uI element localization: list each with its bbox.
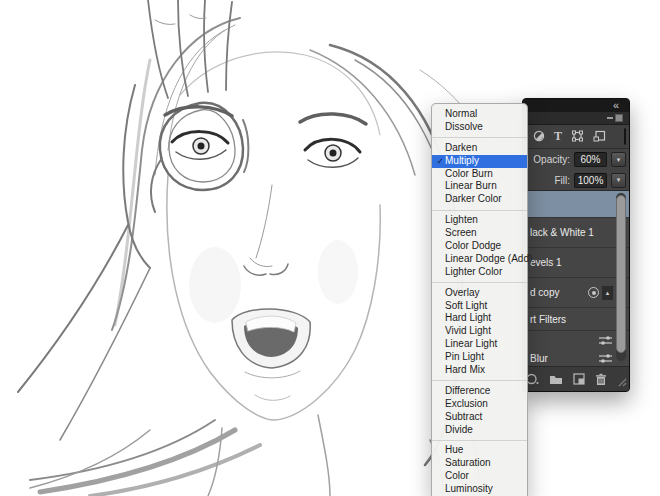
menu-item-divide[interactable]: Divide [432,424,527,437]
trash-icon [595,373,607,386]
menu-item-saturation[interactable]: Saturation [432,457,527,470]
menu-item-label: Pin Light [445,351,484,362]
menu-item-subtract[interactable]: Subtract [432,411,527,424]
menu-item-label: Color Dodge [445,240,501,251]
opacity-value-field[interactable]: 60% [574,152,607,167]
menu-item-hard-mix[interactable]: Hard Mix [432,364,527,377]
layers-panel: « T [522,98,630,392]
layer-row-filter[interactable] [523,331,629,349]
layer-filter-bar: T [523,125,629,149]
smart-object-badge-icon [588,287,599,298]
menu-item-label: Dissolve [445,121,483,132]
menu-item-label: Color [445,470,469,481]
panel-resize-grip[interactable] [617,377,627,389]
panel-menu-button[interactable] [615,114,623,122]
layer-name: d copy [530,287,559,298]
photoshop-screenshot: « T [0,0,660,496]
layer-name: Blur [530,353,548,364]
delete-layer-button[interactable] [595,373,607,386]
menu-item-color-dodge[interactable]: Color Dodge [432,240,527,253]
menu-item-label: Hard Mix [445,364,485,375]
menu-item-color[interactable]: Color [432,470,527,483]
menu-item-label: Darken [445,142,477,153]
filter-sliders-icon [598,353,613,364]
layer-row-smart-filters[interactable]: rt Filters [523,308,629,331]
layer-row-copy[interactable]: d copy ▲ [523,278,629,308]
kind-filter-smart-object-button[interactable] [593,130,606,143]
menu-item-soft-light[interactable]: Soft Light [432,300,527,313]
menu-item-label: Divide [445,424,473,435]
menu-item-label: Screen [445,227,477,238]
menu-item-exclusion[interactable]: Exclusion [432,398,527,411]
shape-frame-icon [571,130,584,142]
menu-item-label: Linear Burn [445,180,497,191]
blend-mode-menu: Normal Dissolve Darken ✓Multiply Color B… [431,103,528,496]
new-layer-button[interactable] [573,373,585,385]
layer-row-black-and-white-1[interactable]: lack & White 1 [523,218,629,248]
checkmark-icon: ✓ [435,155,445,168]
panel-tab-bar [523,112,629,125]
opacity-dropdown-button[interactable]: ▾ [611,152,626,167]
menu-item-multiply[interactable]: ✓Multiply [432,155,527,168]
menu-item-label: Soft Light [445,300,487,311]
menu-item-lighten[interactable]: Lighten [432,214,527,227]
folder-icon [549,374,563,385]
menu-item-normal[interactable]: Normal [432,108,527,121]
fill-row: Fill: 100% ▾ [523,171,629,192]
collapse-panels-button[interactable]: « [613,100,618,110]
menu-item-label: Hard Light [445,312,491,323]
menu-item-overlay[interactable]: Overlay [432,287,527,300]
menu-separator [432,380,527,381]
filter-options-button[interactable] [598,353,613,364]
opacity-label: Opacity: [533,154,570,165]
menu-separator [432,440,527,441]
menu-item-label: Color Burn [445,168,493,179]
layer-name: evels 1 [530,257,562,268]
menu-item-hard-light[interactable]: Hard Light [432,312,527,325]
menu-item-label: Linear Light [445,338,497,349]
layer-row-blur[interactable]: Blur [523,349,629,366]
layers-scrollbar-thumb[interactable] [616,195,626,353]
layer-name: rt Filters [530,314,566,325]
layer-filtering-toggle[interactable] [624,128,626,145]
layer-row-levels-1[interactable]: evels 1 [523,248,629,278]
menu-item-label: Difference [445,385,490,396]
menu-item-pin-light[interactable]: Pin Light [432,351,527,364]
collapse-smart-filters-chevron[interactable]: ▲ [602,286,613,300]
menu-item-label: Vivid Light [445,325,491,336]
fill-value-field[interactable]: 100% [574,173,607,188]
menu-item-label: Overlay [445,287,479,298]
menu-item-vivid-light[interactable]: Vivid Light [432,325,527,338]
fill-dropdown-button[interactable]: ▾ [611,173,626,188]
menu-item-lighter-color[interactable]: Lighter Color [432,266,527,279]
menu-item-screen[interactable]: Screen [432,227,527,240]
new-group-button[interactable] [549,374,563,385]
menu-item-label: Darker Color [445,193,502,204]
menu-item-label: Luminosity [445,483,493,494]
layers-list: lack & White 1 evels 1 d copy ▲ rt Filte… [523,191,629,366]
menu-item-label: Exclusion [445,398,488,409]
menu-item-color-burn[interactable]: Color Burn [432,168,527,181]
menu-item-difference[interactable]: Difference [432,385,527,398]
filter-options-button[interactable] [598,335,613,346]
kind-filter-adjustment-button[interactable] [533,130,545,143]
menu-item-linear-dodge-add[interactable]: Linear Dodge (Add) [432,253,527,266]
adjustment-circle-icon [533,130,545,142]
panel-dock-header: « [523,99,629,112]
type-icon: T [554,130,562,142]
smart-object-icon [593,130,606,142]
kind-filter-type-button[interactable]: T [554,130,562,143]
menu-item-darker-color[interactable]: Darker Color [432,193,527,206]
menu-item-linear-burn[interactable]: Linear Burn [432,180,527,193]
menu-item-hue[interactable]: Hue [432,444,527,457]
menu-item-luminosity[interactable]: Luminosity [432,483,527,496]
menu-item-label: Multiply [445,155,479,166]
layer-row-selected[interactable] [523,191,629,218]
kind-filter-shape-button[interactable] [571,130,584,143]
panel-menu-icon[interactable] [607,117,613,119]
filter-sliders-icon [598,335,613,346]
layers-panel-footer [523,366,629,391]
menu-item-darken[interactable]: Darken [432,142,527,155]
menu-item-linear-light[interactable]: Linear Light [432,338,527,351]
menu-item-dissolve[interactable]: Dissolve [432,121,527,134]
